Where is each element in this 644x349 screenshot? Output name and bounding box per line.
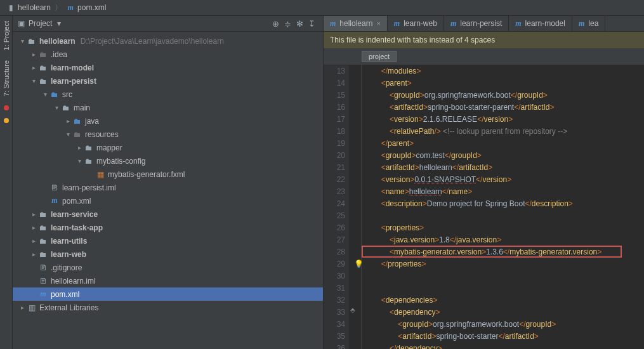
tree-node[interactable]: 🖹learn-persist.iml (13, 181, 323, 194)
tree-node[interactable]: mpom.xml (13, 194, 323, 207)
tree-node[interactable]: 🖿learn-service (13, 207, 323, 221)
tree-arrow-icon[interactable] (18, 37, 27, 44)
tree-node[interactable]: 🖿.idea (13, 48, 323, 61)
tree-arrow-icon[interactable] (75, 157, 84, 164)
collapse-all-icon[interactable]: ≑ (284, 19, 291, 29)
tree-node[interactable]: 🖹.gitignore (13, 261, 323, 274)
editor-tab[interactable]: mlea (572, 16, 605, 31)
tree-node-label: pom.xml (51, 290, 79, 299)
line-number: 36 (324, 343, 345, 349)
tree-arrow-icon[interactable] (29, 237, 38, 244)
line-number: 21 (324, 162, 345, 174)
file-icon: 🖹 (49, 183, 60, 192)
editor-tab[interactable]: mlearn-model (509, 16, 572, 31)
editor-tab[interactable]: mlearn-web (388, 16, 444, 31)
maven-icon: m (515, 19, 521, 29)
code-line[interactable] (364, 270, 644, 282)
code-line[interactable]: <artifactId>hellolearn</artifactId> (364, 162, 644, 174)
tree-arrow-icon[interactable] (29, 64, 38, 71)
code-line[interactable]: <artifactId>spring-boot-starter-parent</… (364, 102, 644, 114)
project-tree[interactable]: 🖿hellolearnD:\Project\Java\Learn\javadem… (13, 32, 323, 349)
tree-arrow-icon[interactable] (29, 51, 38, 58)
code-line[interactable]: <version>0.0.1-SNAPSHOT</version> (364, 174, 644, 186)
code-line[interactable]: </dependency> (364, 343, 644, 349)
file-icon: 🖹 (38, 277, 48, 286)
tool-tab-project[interactable]: 1: Project (1, 16, 11, 55)
tree-node[interactable]: 🖹hellolearn.iml (13, 274, 323, 287)
editor-tab[interactable]: mlearn-persist (444, 16, 509, 31)
code-line[interactable]: <mybatis-generator.version>1.3.6</mybati… (364, 246, 644, 258)
fold-marker-icon[interactable]: ⬘ (350, 306, 355, 313)
tree-node[interactable]: 🖿learn-utils (13, 234, 323, 247)
code-line[interactable]: <dependencies> (364, 294, 644, 306)
code-line[interactable]: <name>hellolearn</name> (364, 186, 644, 198)
tool-tab-structure[interactable]: 7: Structure (1, 55, 11, 102)
code-line[interactable]: <groupId>org.springframework.boot</group… (364, 319, 644, 331)
editor-breadcrumb-chip[interactable]: project (362, 51, 397, 62)
tree-arrow-icon[interactable] (41, 91, 49, 98)
tree-node[interactable]: 🖿learn-persist (13, 74, 323, 88)
tree-arrow-icon[interactable] (75, 144, 84, 151)
tree-node[interactable]: ▦mybatis-generator.fxml (13, 168, 323, 181)
tree-node[interactable]: 🖿hellolearnD:\Project\Java\Learn\javadem… (13, 34, 323, 48)
tab-label: lea (588, 19, 598, 28)
tree-arrow-icon[interactable] (29, 251, 38, 258)
tree-node[interactable]: 🖿learn-task-app (13, 221, 323, 234)
tree-node[interactable]: mpom.xml (13, 287, 323, 301)
breadcrumb-root[interactable]: ▮ hellolearn (4, 3, 53, 12)
folder-icon: 🖿 (27, 37, 37, 46)
line-number: 16 (324, 102, 345, 114)
fold-column[interactable]: ⬘ (349, 65, 362, 349)
tree-arrow-icon[interactable] (18, 304, 27, 311)
indent-warning-banner[interactable]: This file is indented with tabs instead … (324, 32, 644, 48)
code-line[interactable]: <groupId>org.springframework.boot</group… (364, 89, 644, 102)
code-line[interactable]: </properties>💡 (364, 258, 644, 270)
code-line[interactable]: </parent> (364, 138, 644, 150)
project-pane-header: ▣ Project ▾ ⊕ ≑ ✻ ↧ (13, 16, 323, 32)
code-line[interactable]: <parent> (364, 77, 644, 89)
code-content[interactable]: </modules> <parent> <groupId>org.springf… (362, 65, 644, 349)
tree-arrow-icon[interactable] (29, 224, 38, 231)
code-line[interactable]: <java.version>1.8</java.version> (364, 234, 644, 246)
project-pane-title: Project (29, 19, 52, 28)
tree-node[interactable]: 🖿learn-model (13, 61, 323, 74)
tree-node[interactable]: 🖿src (13, 88, 323, 101)
tree-node-path: D:\Project\Java\Learn\javademo\hellolear… (81, 37, 224, 46)
chevron-down-icon[interactable]: ▾ (57, 19, 61, 28)
code-line[interactable]: <description>Demo project for Spring Boo… (364, 198, 644, 210)
code-line[interactable]: <groupId>com.test</groupId> (364, 150, 644, 162)
tree-node[interactable]: 🖿resources (13, 128, 323, 141)
breadcrumb-file[interactable]: m pom.xml (63, 3, 108, 12)
tree-node[interactable]: 🖿mapper (13, 141, 323, 154)
editor-tab[interactable]: mhellolearn× (324, 16, 388, 31)
line-number: 26 (324, 222, 345, 234)
code-line[interactable]: <artifactId>spring-boot-starter</artifac… (364, 331, 644, 343)
close-icon[interactable]: × (376, 20, 380, 27)
code-line[interactable]: <dependency> (364, 306, 644, 319)
scroll-from-source-icon[interactable]: ⊕ (272, 19, 279, 29)
tree-arrow-icon[interactable] (29, 211, 38, 218)
maven-icon: m (394, 19, 400, 29)
code-line[interactable]: <relativePath/> <!-- lookup parent from … (364, 126, 644, 138)
breadcrumb-file-label: pom.xml (77, 3, 106, 12)
code-line[interactable]: </modules> (364, 65, 644, 77)
tree-arrow-icon[interactable] (63, 117, 72, 124)
settings-icon[interactable]: ✻ (296, 19, 303, 29)
code-line[interactable] (364, 210, 644, 222)
tree-node[interactable]: 🖿learn-web (13, 247, 323, 261)
tree-node[interactable]: ▥External Libraries (13, 301, 323, 314)
code-line[interactable] (364, 282, 644, 294)
code-area[interactable]: 1314151617181920212223242526272829303132… (324, 65, 644, 349)
tree-node[interactable]: 🖿main (13, 101, 323, 114)
code-line[interactable]: <version>2.1.6.RELEASE</version> (364, 114, 644, 126)
intention-bulb-icon[interactable]: 💡 (354, 258, 364, 270)
code-line[interactable]: <properties> (364, 222, 644, 234)
hide-icon[interactable]: ↧ (308, 19, 315, 29)
tree-arrow-icon[interactable] (52, 104, 61, 111)
tree-node-label: learn-service (51, 210, 98, 219)
tree-node[interactable]: 🖿java (13, 114, 323, 128)
tree-node[interactable]: 🖿mybatis-config (13, 154, 323, 168)
tree-node-label: java (85, 117, 99, 126)
tree-arrow-icon[interactable] (29, 77, 38, 84)
tree-arrow-icon[interactable] (63, 131, 72, 138)
